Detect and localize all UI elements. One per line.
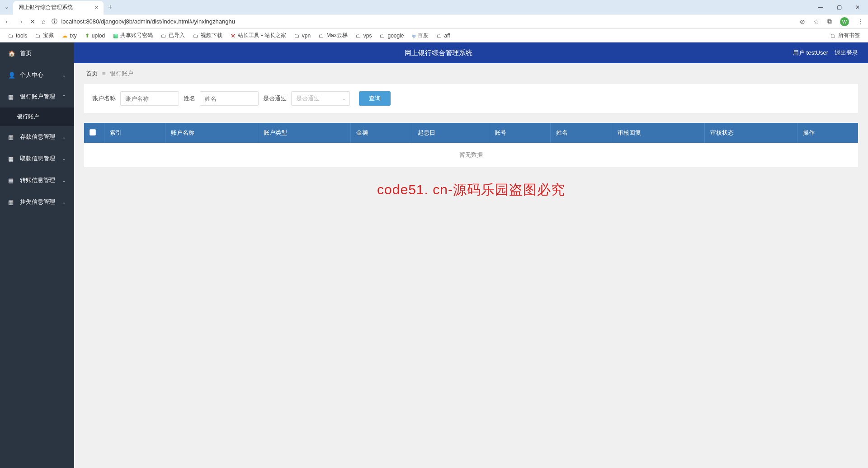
folder-icon: 🗀 (8, 33, 14, 39)
app-title: 网上银行综合管理系统 (84, 49, 793, 57)
bookmark-item[interactable]: ▦共享账号密码 (110, 30, 156, 41)
sidebar-item-profile[interactable]: 👤 个人中心 ⌄ (0, 64, 74, 86)
query-button[interactable]: 查询 (359, 91, 391, 106)
sidebar-item-label: 银行账户 (17, 113, 39, 120)
bookmark-item[interactable]: 🗀vpn (292, 31, 313, 41)
chevron-down-icon: ⌄ (62, 134, 66, 140)
password-icon[interactable]: ⊘ (800, 18, 805, 25)
chevron-down-icon: ⌄ (342, 96, 346, 102)
browser-tab-bar: ⌄ 网上银行综合管理系统 × + — ▢ ✕ (0, 0, 868, 14)
sidebar-item-withdraw[interactable]: ▦ 取款信息管理 ⌄ (0, 148, 74, 169)
site-info-icon[interactable]: ⓘ (52, 18, 57, 26)
chevron-down-icon: ⌄ (62, 72, 66, 78)
stop-icon[interactable]: ✕ (30, 18, 35, 25)
close-window-icon[interactable]: ✕ (855, 4, 860, 10)
home-icon: 🏠 (8, 50, 14, 57)
new-tab-button[interactable]: + (104, 3, 117, 11)
folder-icon: 🗀 (35, 33, 41, 39)
forward-icon[interactable]: → (17, 18, 24, 25)
col-index: 索引 (104, 123, 165, 143)
address-bar[interactable]: ⓘ localhost:8080/djangobvj8b/admin/dist/… (52, 18, 793, 26)
data-table: 索引 账户名称 账户类型 金额 起息日 账号 姓名 审核回复 审核状态 操作 (84, 123, 858, 167)
col-review-status: 审核状态 (705, 123, 797, 143)
sidebar-item-home[interactable]: 🏠 首页 (0, 42, 74, 64)
maximize-icon[interactable]: ▢ (837, 4, 842, 10)
extensions-icon[interactable]: ⧉ (827, 18, 832, 25)
grid-icon: ▦ (8, 134, 14, 140)
sidebar-item-label: 挂失信息管理 (20, 198, 55, 206)
breadcrumb-separator: ≡ (102, 70, 106, 77)
folder-icon: 🗀 (437, 33, 442, 39)
sidebar-item-loss[interactable]: ▦ 挂失信息管理 ⌄ (0, 191, 74, 213)
menu-icon[interactable]: ⋮ (857, 18, 863, 25)
bookmark-item[interactable]: 🗀视频下载 (190, 30, 225, 41)
col-name: 姓名 (551, 123, 612, 143)
app-header: 网上银行综合管理系统 用户 testUser 退出登录 (74, 42, 868, 63)
tab-title: 网上银行综合管理系统 (19, 4, 73, 11)
user-icon: 👤 (8, 72, 14, 79)
account-name-label: 账户名称 (92, 94, 116, 103)
bookmark-item[interactable]: 🗀已导入 (158, 30, 188, 41)
folder-icon: 🗀 (380, 33, 385, 39)
col-account-name: 账户名称 (165, 123, 258, 143)
folder-icon: 🗀 (830, 33, 836, 39)
col-review-reply: 审核回复 (612, 123, 705, 143)
chevron-down-icon: ⌄ (62, 199, 66, 205)
grid-icon: ▦ (8, 199, 14, 206)
select-placeholder: 是否通过 (296, 94, 320, 103)
empty-text: 暂无数据 (84, 143, 858, 167)
bookmark-icon[interactable]: ☆ (813, 18, 819, 25)
chevron-down-icon: ⌄ (62, 156, 66, 162)
name-input[interactable] (200, 91, 259, 106)
bookmark-item[interactable]: ⌾百度 (410, 30, 431, 41)
bookmark-bar: 🗀tools 🗀宝藏 ☁txy ⬆uplod ▦共享账号密码 🗀已导入 🗀视频下… (0, 29, 868, 42)
bookmark-item[interactable]: ⬆uplod (82, 31, 108, 41)
bookmark-item[interactable]: 🗀tools (5, 31, 30, 41)
checkbox-icon[interactable] (90, 129, 96, 136)
bookmark-item[interactable]: ⚒站长工具 - 站长之家 (228, 30, 289, 41)
sidebar-item-label: 银行账户管理 (20, 93, 55, 101)
sidebar: 🏠 首页 👤 个人中心 ⌄ ▦ 银行账户管理 ⌃ 银行账户 ▦ 存款信息管理 ⌄… (0, 42, 74, 468)
bookmark-item[interactable]: 🗀vps (353, 31, 375, 41)
bookmark-item[interactable]: 🗀Max云梯 (316, 30, 350, 41)
sidebar-item-transfer[interactable]: ▤ 转账信息管理 ⌄ (0, 169, 74, 191)
sidebar-item-label: 个人中心 (20, 71, 43, 79)
sidebar-submenu-account[interactable]: 银行账户 (0, 108, 74, 126)
home-icon[interactable]: ⌂ (42, 18, 45, 25)
account-name-input[interactable] (120, 91, 179, 106)
cloud-icon: ☁ (62, 33, 67, 39)
minimize-icon[interactable]: — (818, 4, 823, 10)
col-account-no: 账号 (489, 123, 551, 143)
main-content: 网上银行综合管理系统 用户 testUser 退出登录 首页 ≡ 银行账户 账户… (74, 42, 868, 468)
sidebar-item-label: 存款信息管理 (20, 133, 55, 141)
breadcrumb-current: 银行账户 (110, 70, 133, 77)
grid-icon: ▦ (8, 94, 14, 100)
grid-icon: ▦ (8, 155, 14, 162)
bookmark-item[interactable]: 🗀google (377, 31, 406, 41)
close-icon[interactable]: × (94, 4, 98, 11)
bookmark-item[interactable]: 🗀宝藏 (33, 30, 57, 41)
bookmark-item[interactable]: 🗀aff (434, 31, 453, 41)
approved-label: 是否通过 (263, 94, 287, 103)
tab-dropdown-icon[interactable]: ⌄ (0, 4, 13, 10)
message-icon: ▤ (8, 177, 14, 184)
bookmark-item[interactable]: ☁txy (59, 31, 79, 41)
url-text: localhost:8080/djangobvj8b/admin/dist/in… (61, 18, 235, 25)
back-icon[interactable]: ← (5, 18, 11, 25)
baidu-icon: ⌾ (412, 33, 415, 39)
sidebar-item-deposit[interactable]: ▦ 存款信息管理 ⌄ (0, 126, 74, 148)
logout-link[interactable]: 退出登录 (835, 49, 858, 57)
user-label: 用户 testUser (793, 49, 828, 57)
window-controls: — ▢ ✕ (818, 4, 868, 10)
browser-tab[interactable]: 网上银行综合管理系统 × (13, 1, 104, 14)
sidebar-item-account-mgmt[interactable]: ▦ 银行账户管理 ⌃ (0, 86, 74, 108)
sidebar-item-label: 取款信息管理 (20, 154, 55, 163)
breadcrumb-home[interactable]: 首页 (86, 70, 98, 77)
select-all-header[interactable] (84, 123, 104, 143)
approved-select[interactable]: 是否通过 ⌄ (291, 91, 350, 106)
col-start-date: 起息日 (412, 123, 489, 143)
profile-avatar[interactable]: W (840, 17, 849, 26)
all-bookmarks[interactable]: 🗀所有书签 (828, 30, 863, 41)
search-panel: 账户名称 姓名 是否通过 是否通过 ⌄ 查询 (84, 84, 858, 113)
chevron-down-icon: ⌄ (62, 178, 66, 183)
